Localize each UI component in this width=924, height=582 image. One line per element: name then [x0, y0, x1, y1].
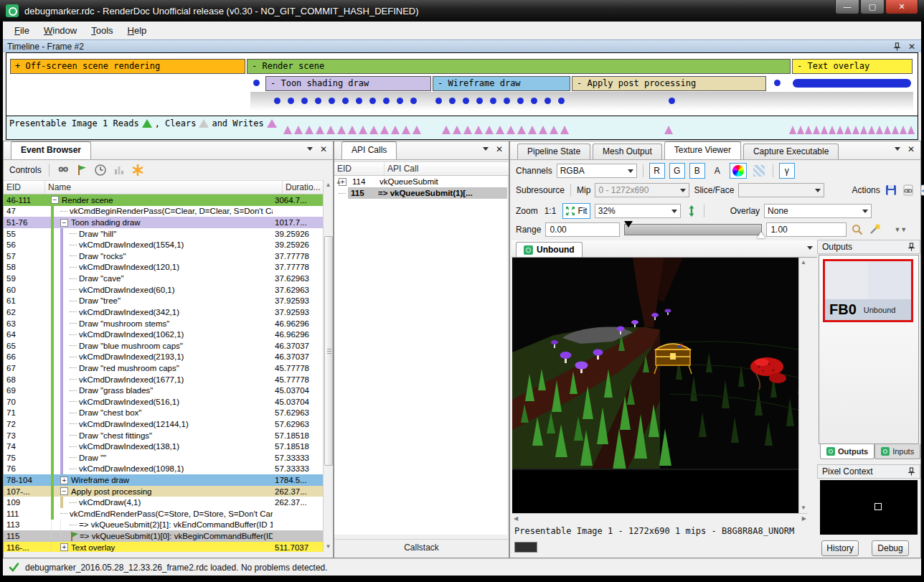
write-marker-triangle[interactable] [528, 126, 537, 134]
drawcall-dot[interactable] [463, 98, 469, 104]
drawcall-dot[interactable] [531, 98, 537, 104]
timeline-sub-bar[interactable]: - Toon shading draw [265, 76, 431, 91]
event-row[interactable]: 57Draw "rocks"37.77778 [4, 250, 323, 262]
panel-menu-icon[interactable] [307, 147, 313, 154]
tree-expand-icon[interactable]: + [60, 477, 68, 484]
api-call-row[interactable]: +114vkQueueSubmit [334, 176, 507, 187]
write-marker-triangle[interactable] [868, 126, 875, 134]
write-marker-triangle[interactable] [797, 126, 804, 134]
slice-face-select[interactable] [738, 183, 824, 197]
range-slider[interactable] [624, 224, 762, 235]
alpha-checker-button[interactable] [751, 163, 767, 179]
write-marker-triangle[interactable] [412, 126, 421, 134]
event-row[interactable]: 51-76−Toon shading draw1017.7... [4, 217, 323, 228]
texture-tab-unbound[interactable]: Unbound [516, 242, 583, 257]
event-row[interactable]: 65Draw "blue mushroom caps"46.37037 [4, 340, 323, 352]
toolbar-overflow-icon[interactable]: ▼▼ [894, 226, 907, 233]
event-row[interactable]: 72vkCmdDrawIndexed(12144,1)57.62963 [4, 418, 323, 430]
event-row[interactable]: 116-...+Text overlay511.7037 [4, 542, 323, 552]
drawcall-dot[interactable] [274, 98, 280, 104]
colorwheel-button[interactable] [730, 163, 747, 179]
write-marker-triangle[interactable] [283, 126, 292, 134]
write-marker-triangle[interactable] [664, 126, 673, 134]
write-marker-triangle[interactable] [821, 126, 828, 134]
drawcall-dot[interactable] [774, 80, 781, 86]
find-icon[interactable] [57, 164, 70, 177]
write-marker-triangle[interactable] [496, 126, 504, 134]
range-white-point-handle[interactable] [757, 232, 765, 238]
tab-pipeline-state[interactable]: Pipeline State [517, 144, 590, 159]
debug-button[interactable]: Debug [872, 540, 909, 556]
menu-help[interactable]: Help [121, 23, 154, 38]
event-row[interactable]: 56vkCmdDrawIndexed(1554,1)39.25926 [4, 239, 323, 250]
api-calls-column-header[interactable]: EID API Call [334, 161, 509, 176]
event-row[interactable]: 70vkCmdDrawIndexed(516,1)45.03704 [4, 396, 323, 408]
write-marker-triangle[interactable] [359, 126, 367, 134]
write-marker-triangle[interactable] [852, 126, 859, 134]
event-row[interactable]: 59Draw "cave"37.62963 [4, 273, 323, 284]
drawcall-dot[interactable] [558, 98, 565, 104]
write-marker-triangle[interactable] [789, 126, 796, 134]
drawcall-dot[interactable] [517, 98, 524, 104]
write-marker-triangle[interactable] [337, 126, 346, 134]
write-marker-triangle[interactable] [485, 126, 494, 134]
event-row[interactable]: 62vkCmdDrawIndexed(342,1)37.92593 [4, 306, 323, 318]
event-row[interactable]: 76vkCmdDrawIndexed(1098,1)57.33333 [4, 464, 323, 475]
event-row[interactable]: 73Draw "chest fittings"57.18518 [4, 430, 323, 441]
write-marker-triangle[interactable] [391, 126, 400, 134]
tree-expand-icon[interactable]: − [60, 219, 68, 227]
minimize-button[interactable]: — [835, 0, 859, 14]
texture-vscrollbar[interactable]: ▲ ▼ [798, 258, 808, 513]
drawcall-dot[interactable] [342, 98, 349, 104]
write-marker-triangle[interactable] [316, 126, 324, 134]
event-row[interactable]: 64vkCmdDrawIndexed(1062,1)46.96296 [4, 329, 323, 340]
drawcall-dot[interactable] [356, 98, 362, 104]
drawcall-dot[interactable] [435, 98, 442, 104]
drawcall-dot[interactable] [490, 98, 496, 104]
tab-event-browser[interactable]: Event Browser [11, 141, 91, 159]
panel-menu-icon[interactable] [483, 147, 489, 154]
write-marker-triangle[interactable] [844, 126, 852, 134]
alpha-channel-button[interactable]: A [710, 163, 725, 179]
menu-tools[interactable]: Tools [84, 23, 120, 38]
history-button[interactable]: History [821, 540, 859, 556]
stats-icon[interactable] [113, 164, 126, 177]
event-row[interactable]: 66vkCmdDrawIndexed(2193,1)46.37037 [4, 352, 323, 363]
drawcall-dot[interactable] [369, 98, 376, 104]
autofit-wand-icon[interactable] [868, 223, 881, 236]
bookmark-flag-icon[interactable] [75, 164, 88, 177]
event-row[interactable]: 78-104+Wireframe draw1784.5... [4, 474, 323, 486]
pin-icon[interactable] [908, 243, 915, 251]
channels-select[interactable]: RGBA [557, 164, 637, 178]
menu-file[interactable]: File [7, 23, 37, 38]
panel-menu-icon[interactable] [895, 147, 900, 154]
drawcall-dot[interactable] [301, 98, 308, 104]
timeline-bar[interactable]: - Text overlay [792, 59, 913, 74]
range-min-input[interactable]: 0.00 [545, 222, 620, 237]
flip-y-icon[interactable] [685, 205, 698, 217]
tab-inputs[interactable]: Inputs [874, 444, 920, 459]
tab-texture-viewer[interactable]: Texture Viewer [664, 141, 741, 159]
event-row[interactable]: 75Draw ""57.33333 [4, 452, 323, 464]
drawcall-dot[interactable] [544, 98, 551, 104]
drawcall-dot[interactable] [669, 98, 675, 104]
drawcall-dot[interactable] [397, 98, 403, 104]
write-marker-triangle[interactable] [900, 126, 907, 134]
write-marker-triangle[interactable] [892, 126, 899, 134]
write-marker-triangle[interactable] [305, 126, 314, 134]
write-marker-triangle[interactable] [539, 126, 547, 134]
event-row[interactable]: 68vkCmdDrawIndexed(1677,1)45.77778 [4, 374, 323, 385]
timeline-sub-bar[interactable]: - Wireframe draw [433, 76, 570, 91]
range-max-input[interactable]: 1.00 [766, 222, 847, 237]
red-channel-button[interactable]: R [649, 163, 665, 179]
drawcall-dot[interactable] [504, 98, 510, 104]
write-marker-triangle[interactable] [829, 126, 836, 134]
options-asterisk-icon[interactable] [131, 164, 144, 177]
write-marker-triangle[interactable] [560, 126, 569, 134]
texture-tab-menu-icon[interactable] [807, 246, 813, 253]
event-row[interactable]: 58vkCmdDrawIndexed(120,1)37.77778 [4, 262, 323, 273]
tab-api-calls[interactable]: API Calls [341, 141, 397, 159]
event-row[interactable]: 71Draw "chest box"57.62963 [4, 408, 323, 419]
fb0-thumbnail[interactable]: FB0 Unbound [823, 259, 913, 322]
event-row[interactable]: 107-...−Apply post processing262.37... [4, 486, 323, 497]
